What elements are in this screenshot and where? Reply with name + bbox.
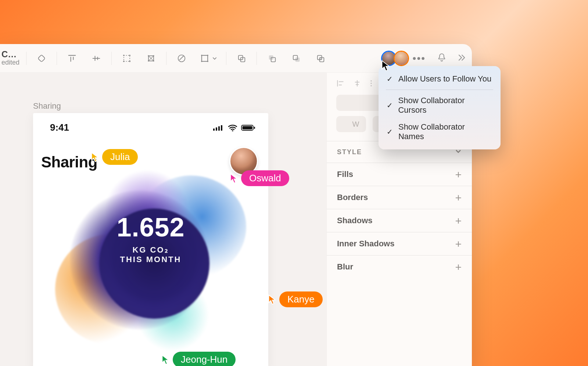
resize-tool-icon[interactable] — [118, 50, 135, 67]
svg-point-36 — [370, 85, 372, 86]
menu-show-names[interactable]: ✓ Show Collaborator Names — [379, 119, 501, 145]
union-icon[interactable] — [233, 50, 250, 67]
svg-rect-12 — [202, 55, 208, 61]
svg-point-34 — [370, 80, 372, 81]
borders-row[interactable]: Borders+ — [327, 186, 472, 209]
align-center-icon[interactable] — [353, 79, 361, 87]
collab-cursor-kanye: Kanye — [268, 291, 323, 307]
blur-row[interactable]: Blur+ — [327, 256, 472, 278]
subtract-icon[interactable] — [263, 50, 280, 67]
align-middle-icon[interactable] — [88, 50, 105, 67]
cellular-icon — [213, 124, 224, 131]
svg-point-2 — [123, 54, 125, 56]
artboard-tool[interactable] — [197, 50, 219, 67]
svg-rect-25 — [320, 57, 322, 59]
align-left-icon[interactable] — [336, 79, 344, 87]
svg-point-4 — [123, 61, 125, 62]
intersect-icon[interactable] — [288, 50, 305, 67]
chevron-down-icon — [212, 56, 217, 61]
cursor-icon — [268, 294, 276, 305]
artboard-name-label[interactable]: Sharing — [33, 101, 61, 111]
svg-point-14 — [207, 55, 208, 56]
svg-point-35 — [370, 83, 372, 84]
diamond-icon — [36, 53, 47, 64]
document-title: C… — [1, 50, 19, 59]
svg-point-15 — [201, 61, 202, 62]
metric-block: 1.652 KG CO₂ THIS MONTH — [33, 212, 268, 264]
check-icon: ✓ — [387, 127, 393, 136]
phone-status-bar: 9:41 — [33, 113, 268, 133]
plus-icon[interactable]: + — [455, 172, 462, 177]
metric-period: THIS MONTH — [33, 255, 268, 264]
svg-point-5 — [129, 61, 130, 62]
svg-rect-26 — [213, 128, 215, 131]
svg-point-3 — [129, 54, 130, 56]
plus-icon[interactable]: + — [455, 264, 462, 270]
mouse-cursor-icon — [381, 60, 390, 73]
difference-icon[interactable] — [312, 50, 329, 67]
svg-rect-28 — [218, 126, 220, 131]
notifications-icon[interactable] — [437, 52, 447, 64]
transform-tool-icon[interactable] — [143, 50, 159, 67]
svg-rect-29 — [221, 125, 222, 131]
metric-value: 1.652 — [33, 212, 268, 242]
menu-show-cursors[interactable]: ✓ Show Collaborator Cursors — [379, 92, 501, 119]
document-title-block: C… edited — [0, 50, 23, 67]
overflow-chevrons-icon[interactable] — [456, 52, 467, 64]
wifi-icon — [228, 124, 237, 131]
document-status: edited — [1, 59, 19, 67]
plus-icon[interactable]: + — [455, 241, 462, 247]
artboard-icon — [200, 53, 210, 64]
status-time: 9:41 — [50, 122, 69, 133]
collaborator-options-menu[interactable]: ✓ Allow Users to Follow You ✓ Show Colla… — [379, 66, 501, 149]
metric-unit: KG CO₂ — [33, 245, 268, 255]
battery-icon — [241, 124, 256, 131]
shadows-row[interactable]: Shadows+ — [327, 209, 472, 232]
color-picker-icon[interactable] — [173, 50, 190, 67]
svg-rect-22 — [295, 57, 300, 62]
menu-allow-follow[interactable]: ✓ Allow Users to Follow You — [379, 70, 501, 87]
svg-point-13 — [201, 55, 202, 56]
plus-icon[interactable]: + — [455, 218, 462, 224]
svg-rect-1 — [124, 55, 130, 61]
artboard[interactable]: 9:41 Sharing — [33, 113, 268, 366]
svg-rect-0 — [38, 55, 45, 62]
check-icon: ✓ — [387, 75, 393, 83]
divider-icon — [370, 79, 372, 87]
plus-icon[interactable]: + — [455, 195, 462, 200]
avatar-2[interactable] — [394, 51, 409, 66]
canvas[interactable]: Sharing 9:41 Sharing — [0, 73, 326, 366]
more-collaborators-icon[interactable]: ••• — [411, 52, 427, 64]
shape-tool-icon[interactable] — [33, 50, 50, 67]
w-field[interactable]: W — [336, 116, 366, 132]
svg-point-30 — [232, 130, 233, 131]
svg-rect-32 — [243, 126, 252, 129]
check-icon: ✓ — [387, 101, 393, 110]
align-top-icon[interactable] — [64, 50, 80, 67]
svg-rect-33 — [254, 127, 255, 129]
inner-shadows-row[interactable]: Inner Shadows+ — [327, 232, 472, 255]
svg-rect-27 — [216, 127, 217, 131]
fills-row[interactable]: Fills+ — [327, 163, 472, 186]
svg-point-16 — [207, 61, 208, 62]
app-window: C… edited — [0, 44, 472, 366]
